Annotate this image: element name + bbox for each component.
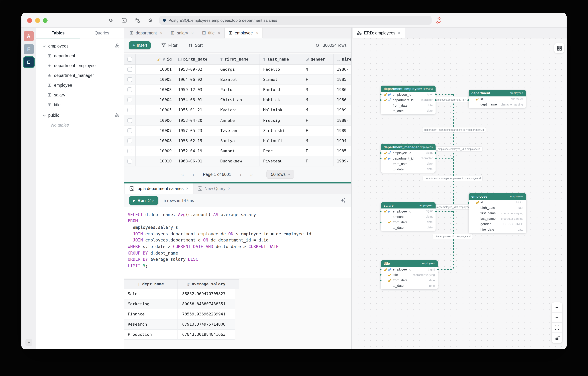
result-row[interactable]: Research67913.374975714008: [124, 320, 235, 330]
refresh-icon[interactable]: ⟳: [108, 17, 114, 23]
table-row[interactable]: 100051955-01-21KyoichiMaliniakM1989-: [124, 105, 351, 115]
erd-column-from_date[interactable]: from_datedate: [381, 278, 438, 283]
close-icon[interactable]: ×: [160, 31, 163, 35]
erd-layout-button[interactable]: [554, 43, 564, 53]
erd-column-to_date[interactable]: to_datedate: [381, 283, 438, 288]
query-tab-new[interactable]: New Query ×: [193, 183, 235, 194]
row-checkbox[interactable]: [127, 118, 132, 123]
erd-column-department_id[interactable]: department_idcharacter: [381, 156, 436, 161]
sidebar-table-department[interactable]: ⊞department: [36, 51, 124, 61]
close-icon[interactable]: ×: [228, 186, 230, 191]
erd-node-department[interactable]: departmentemployeesidcharacterdept_namec…: [468, 90, 526, 108]
close-icon[interactable]: ×: [218, 31, 220, 35]
column-header-first-name[interactable]: Tfirst_name: [217, 54, 260, 64]
refresh-icon[interactable]: ⟳: [316, 42, 320, 48]
result-column-dept-name[interactable]: Tdept_name: [124, 280, 178, 289]
close-icon[interactable]: ×: [186, 186, 189, 191]
table-tab-department[interactable]: ⊞department×: [126, 28, 167, 38]
table-row[interactable]: 100101963-06-01DuangkaewPiveteauF1989-: [124, 156, 351, 167]
schema-row-public[interactable]: public: [36, 110, 124, 120]
row-checkbox[interactable]: [127, 98, 132, 103]
row-checkbox[interactable]: [127, 77, 132, 82]
erd-icon[interactable]: [115, 113, 120, 117]
row-checkbox[interactable]: [127, 67, 132, 72]
query-tab-top5[interactable]: top 5 department salaries ×: [125, 183, 193, 194]
column-header-hire-date[interactable]: hire_date: [334, 54, 351, 64]
chevron-down-icon[interactable]: [43, 113, 46, 117]
erd-column-dept_name[interactable]: dept_namecharacter varying: [468, 102, 526, 107]
filter-button[interactable]: Filter: [162, 43, 177, 48]
table-row[interactable]: 100031959-12-03PartoBamfordM1986-: [124, 85, 351, 95]
result-row[interactable]: Finance78559.936962289941: [124, 309, 235, 319]
fit-view-button[interactable]: [552, 323, 562, 333]
sidebar-tab-queries[interactable]: Queries: [80, 28, 124, 38]
sort-button[interactable]: Sort: [188, 43, 203, 48]
sidebar-table-salary[interactable]: ⊞salary: [36, 90, 124, 100]
table-row[interactable]: 100061953-04-20AnnekePreusigF1989-: [124, 115, 351, 126]
erd-column-from_date[interactable]: from_datedate: [381, 219, 436, 225]
table-row[interactable]: 100011953-09-02GeorgiFacelloM1986-: [124, 64, 351, 75]
table-row[interactable]: 100021964-06-02BezalelSimmelF1985-: [124, 75, 351, 85]
close-icon[interactable]: ×: [256, 31, 258, 35]
column-header-id[interactable]: # id: [136, 54, 175, 64]
sidebar-table-department_manager[interactable]: ⊞department_manager: [36, 70, 124, 80]
erd-column-from_date[interactable]: from_datedate: [381, 161, 436, 167]
first-page-button[interactable]: «: [181, 172, 184, 177]
connection-avatar-e[interactable]: E: [23, 57, 34, 67]
result-column-average-salary[interactable]: #average_salary: [178, 280, 235, 289]
connections-icon[interactable]: [134, 17, 140, 23]
run-button[interactable]: ▶ Run ⌘↵: [129, 196, 158, 205]
chevron-down-icon[interactable]: [43, 44, 46, 48]
erd-node-employee[interactable]: employeeemployeesidbigintbirth_datedatef…: [468, 193, 526, 233]
erd-column-last_name[interactable]: last_namecharacter varying: [468, 216, 526, 221]
erd-column-to_date[interactable]: to_datedate: [381, 108, 436, 114]
ai-sparkles-icon[interactable]: [340, 198, 346, 204]
sidebar-table-department_employee[interactable]: ⊞department_employee: [36, 61, 124, 70]
column-header-last-name[interactable]: Tlast_name: [260, 54, 302, 64]
next-page-button[interactable]: ›: [240, 172, 241, 177]
connection-avatar-a[interactable]: A: [23, 31, 34, 41]
erd-column-gender[interactable]: genderUSER-DEFINED: [468, 221, 526, 227]
connection-bar[interactable]: PostgreSQL:employees:employees:top 5 dep…: [159, 16, 432, 25]
erd-column-department_id[interactable]: department_idcharacter: [381, 97, 436, 103]
gear-icon[interactable]: ⚙: [147, 17, 153, 23]
schema-row-employees[interactable]: employees: [36, 41, 124, 51]
erd-column-hire_date[interactable]: hire_datedate: [468, 227, 526, 232]
table-row[interactable]: 100041954-05-01ChirstianKoblickM1986-: [124, 95, 351, 105]
erd-column-employee_id[interactable]: employee_idbigint: [381, 209, 436, 214]
erd-column-to_date[interactable]: to_datedate: [381, 225, 436, 230]
sidebar-table-title[interactable]: ⊞title: [36, 100, 124, 109]
sql-editor[interactable]: SELECT d.dept_name, Avg(s.amount) AS ave…: [124, 207, 351, 278]
erd-column-birth_date[interactable]: birth_datedate: [468, 205, 526, 210]
result-row[interactable]: Production67843.301984841663: [124, 330, 235, 340]
erd-column-title[interactable]: titlecharacter varying: [381, 272, 438, 278]
add-connection-button[interactable]: +: [25, 339, 32, 346]
row-checkbox[interactable]: [127, 87, 132, 92]
zoom-in-button[interactable]: +: [552, 303, 562, 313]
zoom-out-button[interactable]: −: [552, 313, 562, 323]
close-icon[interactable]: ×: [191, 31, 194, 35]
erd-node-salary[interactable]: salaryemployeesemployee_idbigintamountbi…: [381, 202, 436, 231]
close-icon[interactable]: ×: [398, 31, 400, 35]
table-row[interactable]: 100071957-05-23TzvetanZielinskiF1989-: [124, 126, 351, 136]
lock-button[interactable]: [552, 333, 562, 343]
erd-column-employee_id[interactable]: employee_idbigint: [381, 267, 438, 272]
erd-node-title[interactable]: titleemployeesemployee_idbiginttitlechar…: [381, 260, 438, 289]
table-tab-title[interactable]: ⊞title×: [198, 28, 225, 38]
row-checkbox[interactable]: [127, 138, 132, 143]
page-size-selector[interactable]: 50 rows: [267, 170, 294, 179]
table-tab-salary[interactable]: ⊞salary×: [167, 28, 198, 38]
table-tab-employee[interactable]: ⊞employee×: [225, 28, 263, 38]
row-checkbox[interactable]: [127, 128, 132, 133]
erd-tab[interactable]: ERD: employees ×: [353, 28, 405, 38]
disconnect-icon[interactable]: [435, 17, 442, 24]
sidebar-table-employee[interactable]: ⊞employee: [36, 80, 124, 90]
terminal-icon[interactable]: [121, 17, 127, 23]
erd-icon[interactable]: [115, 43, 120, 48]
erd-column-amount[interactable]: amountbigint: [381, 214, 436, 219]
erd-node-department_employee[interactable]: department_employeeemployeesemployee_idb…: [381, 85, 436, 114]
erd-node-department_manager[interactable]: department_manageremployeesemployee_idbi…: [381, 144, 436, 173]
column-header-birth-date[interactable]: birth_date: [175, 54, 217, 64]
minimize-window-button[interactable]: [35, 18, 40, 23]
erd-canvas[interactable]: department_employee.department_id = depa…: [352, 38, 566, 349]
